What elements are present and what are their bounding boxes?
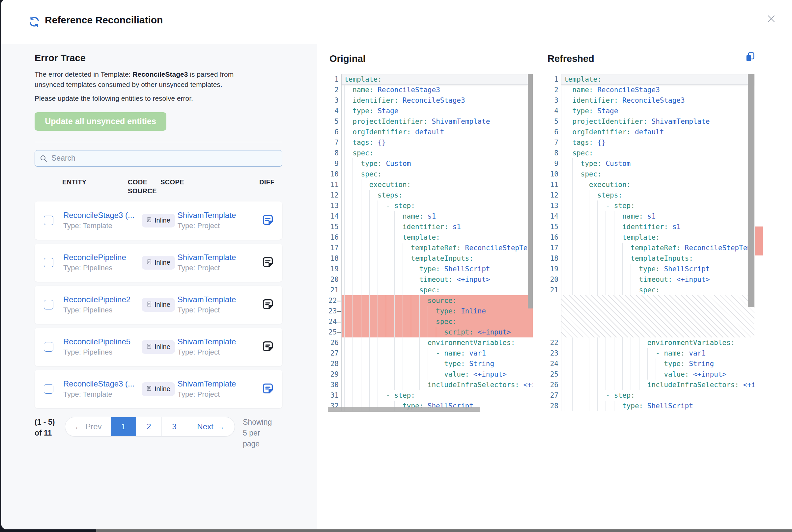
entity-link[interactable]: ReconcilePipeline5: [63, 337, 142, 346]
view-diff-button[interactable]: [261, 214, 274, 227]
indent-guides: [344, 274, 419, 285]
row-checkbox[interactable]: [44, 384, 53, 394]
close-icon[interactable]: [766, 13, 777, 24]
indent-guides: [344, 179, 369, 190]
code-line: 23— type: Inline: [328, 306, 533, 316]
copy-icon[interactable]: [744, 51, 756, 62]
code-line: 10— spec:: [328, 169, 533, 179]
column-header-entity: ENTITY: [62, 178, 128, 195]
yaml-value: ShellScript: [660, 264, 710, 274]
code-line-text: type: String: [561, 359, 754, 369]
scope-link[interactable]: ShivamTemplate: [178, 295, 261, 304]
refreshed-vertical-scrollbar[interactable]: [748, 74, 754, 307]
code-line-text: steps:: [561, 190, 754, 201]
line-number: 23: [550, 349, 558, 357]
yaml-value: <+input>: [474, 327, 511, 338]
original-panel: Original 1— template: 2— name: Reconcile…: [317, 44, 536, 529]
line-number: 15: [330, 223, 339, 231]
entity-link[interactable]: ReconcilePipeline2: [63, 295, 142, 304]
diff-note-icon: [262, 340, 274, 354]
yaml-value: s1: [643, 211, 656, 222]
next-page-button[interactable]: Next →: [187, 417, 235, 436]
original-horizontal-scrollbar[interactable]: [328, 407, 480, 412]
code-line-text: type: Inline: [342, 306, 533, 316]
line-number: 8: [334, 149, 339, 157]
yaml-key: template:: [622, 232, 660, 243]
indent-guides: [344, 84, 352, 95]
entity-link[interactable]: ReconcileStage3 (...: [63, 379, 142, 388]
original-vertical-scrollbar[interactable]: [528, 74, 533, 308]
yaml-key: type:: [572, 106, 593, 116]
update-all-unsynced-button[interactable]: Update all unsynced entities: [35, 112, 166, 131]
line-number: 11: [330, 181, 339, 189]
next-label: Next: [197, 422, 213, 431]
line-number: 3: [334, 96, 339, 104]
code-line: 5— projectIdentifier: ShivamTemplate: [548, 116, 754, 127]
inline-source-icon: [146, 343, 152, 350]
view-diff-button[interactable]: [261, 298, 274, 311]
code-line-text: type: Stage: [561, 106, 754, 116]
line-number: 9: [334, 160, 339, 168]
search-input[interactable]: [35, 150, 282, 167]
yaml-key: template:: [403, 232, 440, 243]
code-line: 2— name: ReconcileStage3: [328, 84, 533, 95]
row-checkbox[interactable]: [44, 342, 53, 352]
scope-link[interactable]: ShivamTemplate: [178, 337, 261, 346]
line-number: 21: [550, 286, 558, 294]
scope-link[interactable]: ShivamTemplate: [178, 211, 261, 220]
code-line: 22— source:: [328, 295, 533, 306]
line-number: 10: [550, 170, 558, 178]
page-button[interactable]: 2: [136, 417, 162, 436]
scope-link[interactable]: ShivamTemplate: [178, 253, 261, 262]
code-line: 5— projectIdentifier: ShivamTemplate: [328, 116, 533, 127]
yaml-value: default: [411, 127, 444, 137]
scope-link[interactable]: ShivamTemplate: [178, 379, 261, 388]
view-diff-button[interactable]: [261, 256, 274, 269]
indent-guides: [564, 232, 622, 243]
entity-link[interactable]: ReconcilePipeline: [63, 253, 142, 262]
yaml-value: default: [630, 127, 664, 137]
code-line: 13— - step:: [328, 201, 533, 211]
yaml-key: timeout:: [639, 274, 673, 285]
code-line: 6— orgIdentifier: default: [548, 127, 754, 137]
entity-type-label: Type: Pipelines: [63, 264, 142, 272]
line-number: 23: [329, 307, 337, 315]
line-number: 17: [550, 244, 558, 252]
line-number: 4: [334, 107, 339, 115]
indent-guides: [344, 359, 444, 369]
table-header-row: ENTITY CODE SOURCE SCOPE DIFF: [35, 178, 282, 195]
code-line-text: name: ReconcileStage3: [561, 84, 754, 95]
code-line-text: identifier: ReconcileStage3: [342, 95, 533, 106]
table-row: ReconcileStage3 (... Type: Template Inli…: [35, 370, 282, 408]
pagination-pill: ← Prev 123 Next →: [65, 417, 235, 437]
page-button[interactable]: 1: [111, 417, 136, 436]
view-diff-button[interactable]: [261, 340, 274, 354]
yaml-key: steps:: [597, 190, 622, 201]
yaml-value: ReconcileStepTempl: [681, 243, 754, 253]
scope-type-label: Type: Project: [178, 222, 261, 230]
line-number: 3: [554, 96, 558, 104]
yaml-key: name:: [403, 211, 423, 222]
yaml-key: - step:: [386, 201, 415, 211]
reference-reconciliation-dialog: Reference Reconciliation Error Trace The…: [1, 0, 792, 529]
row-checkbox[interactable]: [44, 216, 53, 225]
page-scrollbar[interactable]: [96, 529, 792, 532]
row-checkbox[interactable]: [44, 300, 53, 309]
diff-note-icon: [262, 382, 274, 396]
view-diff-button[interactable]: [261, 382, 274, 396]
row-checkbox[interactable]: [44, 258, 53, 267]
entity-link[interactable]: ReconcileStage3 (...: [63, 211, 142, 220]
showing-per-page-text: Showing 5 per page: [243, 417, 276, 449]
indent-guides: [344, 369, 444, 380]
line-number: 22: [550, 339, 558, 347]
column-header-code-source: CODE SOURCE: [128, 178, 161, 195]
page-button[interactable]: 3: [162, 417, 187, 436]
indent-guides: [344, 295, 428, 306]
prev-page-button[interactable]: ← Prev: [65, 417, 111, 436]
code-line-text: template:: [561, 74, 754, 84]
original-code-editor: 1— template: 2— name: ReconcileStage3 3—…: [328, 74, 533, 412]
dialog-titlebar: Reference Reconciliation: [1, 0, 792, 44]
line-number: 22: [329, 297, 337, 305]
line-number: 1: [554, 75, 558, 83]
code-line: 13— - step:: [548, 201, 754, 211]
